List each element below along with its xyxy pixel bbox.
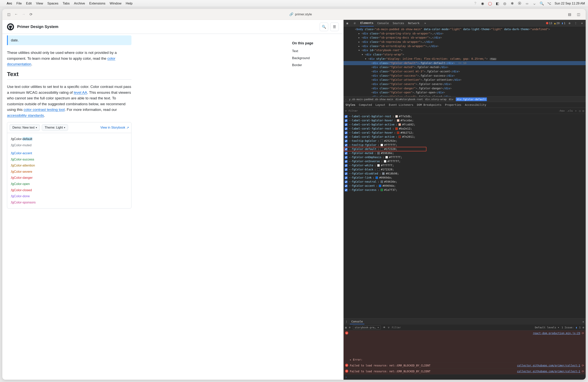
console-tab[interactable]: Console [350, 319, 364, 324]
dom-breadcrumbs[interactable]: ‹ y.sb-main-padded.sb-show-main div#stor… [344, 96, 586, 102]
console-error-row[interactable]: ✕Failed to load resource: net::ERR_BLOCK… [344, 369, 586, 374]
var-checkbox[interactable] [345, 127, 347, 130]
css-var-row[interactable]: --fgColor-muted: #59636e; [344, 151, 586, 155]
toc-background[interactable]: Background [292, 56, 339, 60]
github-logo-icon[interactable] [7, 23, 14, 30]
var-checkbox[interactable] [345, 140, 347, 142]
inspect-icon[interactable]: ▣ [345, 21, 349, 25]
var-checkbox[interactable] [345, 160, 347, 163]
tab-network[interactable]: Network [408, 20, 420, 26]
back-icon[interactable]: ← [13, 11, 20, 18]
spotlight-icon[interactable]: 🔍 [540, 1, 544, 5]
styles-tab-listeners[interactable]: Event Listeners [389, 103, 413, 106]
forward-icon[interactable]: → [20, 11, 27, 18]
console-filter-input[interactable]: Filter [392, 326, 533, 329]
var-checkbox[interactable] [345, 168, 347, 171]
status-help-icon[interactable]: ? [473, 1, 477, 5]
split-icon[interactable]: ◫ [575, 11, 582, 18]
var-checkbox[interactable] [345, 115, 347, 118]
a11y-standards-link[interactable]: accessibility standards [7, 113, 44, 117]
styles-filter-input[interactable]: Filter [349, 109, 557, 112]
status-target-icon[interactable]: ◎ [503, 1, 507, 5]
css-var-row[interactable]: --fgColor-neutral: #59636e; [344, 180, 586, 184]
var-checkbox[interactable] [345, 189, 347, 191]
menu-view[interactable]: View [36, 1, 43, 5]
console-kebab-icon[interactable]: ⋮ [345, 320, 348, 323]
error-count[interactable]: 13 [546, 21, 552, 25]
styles-tab-styles[interactable]: Styles [346, 103, 356, 106]
addon-icon[interactable]: ▤ [566, 11, 573, 18]
css-var-row[interactable]: --fgColor-white: #ffffff; [344, 163, 586, 168]
toc-text[interactable]: Text [292, 49, 339, 53]
hov-toggle[interactable]: :hov [559, 109, 565, 112]
menu-edit[interactable]: Edit [26, 1, 32, 5]
menu-help[interactable]: Help [126, 1, 133, 5]
css-var-row[interactable]: --tooltip-bgColor: #25292e; [344, 139, 586, 143]
console-error-row[interactable]: ✕▸ Error: attribute width: Expected leng… [344, 330, 586, 363]
status-play-icon[interactable]: ⦿ [518, 1, 522, 5]
close-devtools-icon[interactable]: ✕ [580, 21, 584, 25]
css-var-row[interactable]: --tooltip-fgColor: #ffffff; [344, 143, 586, 147]
gear-icon[interactable]: ⚙ [567, 21, 572, 25]
dom-tree[interactable]: <body class="sb-main-padded sb-show-main… [344, 26, 586, 96]
status-knot-icon[interactable]: ✻ [510, 1, 514, 5]
storybook-link[interactable]: View in Storybook↗ [100, 126, 129, 129]
styles-tab-a11y[interactable]: Accessibility [465, 103, 486, 106]
info-count[interactable]: ▮1 [562, 21, 566, 25]
console-context[interactable]: storybook-pre… ▾ [353, 325, 381, 329]
styles-tab-dombp[interactable]: DOM Breakpoints [417, 103, 441, 106]
tab-console[interactable]: Console [377, 20, 389, 26]
add-rule-icon[interactable]: ＋ [575, 109, 577, 113]
console-source-link[interactable]: collector.githubapp.com/primer/collect:1 [517, 364, 580, 367]
wifi-icon[interactable]: ⌵ [532, 1, 536, 5]
menu-archive[interactable]: Archive [74, 1, 85, 5]
demo-select[interactable]: Demo: New text▾ [10, 124, 40, 131]
var-checkbox[interactable] [345, 119, 347, 122]
sidebar-toggle-icon[interactable]: ◫ [5, 11, 12, 18]
var-checkbox[interactable] [345, 156, 347, 159]
console-error-row[interactable]: ✕Failed to load resource: net::ERR_BLOCK… [344, 363, 586, 369]
crumb-active[interactable]: div.fgColor-default [456, 97, 487, 101]
console-source-link[interactable]: react-dom.production.min.js:23 [533, 331, 580, 361]
css-var-row[interactable]: --fgColor-onInverse: #ffffff; [344, 159, 586, 163]
device-frame-icon[interactable]: ▢ [579, 109, 581, 112]
crumb[interactable]: div [449, 98, 453, 101]
console-close-icon[interactable]: ✕ [583, 320, 584, 323]
css-var-row[interactable]: --label-coral-fgColor-active: #7e2011; [344, 135, 586, 139]
var-checkbox[interactable] [345, 148, 347, 150]
styles-tab-layout[interactable]: Layout [376, 103, 385, 106]
styles-tab-props[interactable]: Properties [445, 103, 461, 106]
crumb[interactable]: div#storybook-root [396, 98, 423, 101]
console-eye-icon[interactable]: 👁 [383, 326, 386, 329]
menu-tabs[interactable]: Tabs [63, 1, 70, 5]
css-vars-list[interactable]: --label-coral-bgColor-rest: #ffe5db;--la… [344, 114, 586, 318]
css-var-row[interactable]: --fgColor-success: #1a7f37; [344, 188, 586, 192]
crumb[interactable]: div.story-wrap [425, 98, 447, 101]
css-var-row[interactable]: --fgColor-black: #1f2328; [344, 168, 586, 171]
var-checkbox[interactable] [345, 144, 347, 147]
var-checkbox[interactable] [345, 180, 347, 183]
css-var-row[interactable]: --fgColor-onEmphasis: #ffffff; [344, 155, 586, 159]
console-sidebar-icon[interactable]: ▤ [345, 326, 347, 329]
tab-sources[interactable]: Sources [392, 20, 404, 26]
var-checkbox[interactable] [345, 185, 347, 187]
css-var-row[interactable]: --label-coral-bgColor-active: #fcab92; [344, 123, 586, 127]
css-var-row[interactable]: --fgColor-default: #1f2328; [344, 147, 586, 151]
crumb[interactable]: y.sb-main-padded.sb-show-main [349, 98, 393, 101]
var-checkbox[interactable] [345, 172, 347, 175]
battery-icon[interactable]: ▭ [525, 1, 529, 5]
cls-toggle[interactable]: .cls [567, 109, 573, 112]
console-source-link[interactable]: collector.githubapp.com/primer/collect:1 [517, 370, 580, 373]
toc-border[interactable]: Border [292, 63, 339, 67]
css-var-row[interactable]: --fgColor-accent: #0969da; [344, 184, 586, 188]
styles-tab-computed[interactable]: Computed [359, 103, 372, 106]
css-var-row[interactable]: --label-coral-fgColor-hover: #9b2712; [344, 131, 586, 135]
panel-layout-icon[interactable]: ◫ [583, 109, 584, 112]
menubar-clock[interactable]: Sun 22 Sep 11:29 AM [555, 2, 585, 5]
crumb-prev-icon[interactable]: ‹ [345, 98, 347, 101]
var-checkbox[interactable] [345, 123, 347, 126]
console-gear-icon[interactable]: ⚙ [583, 326, 584, 329]
css-var-row[interactable]: --fgColor-disabled: #818b98; [344, 171, 586, 176]
menu-spaces[interactable]: Spaces [47, 1, 59, 5]
device-icon[interactable]: ⎚ [353, 21, 357, 25]
